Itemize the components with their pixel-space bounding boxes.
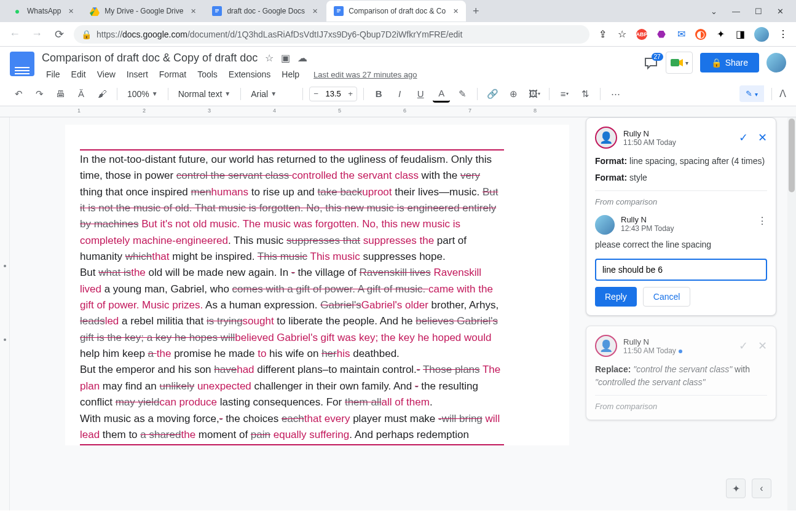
tab-comparison-doc[interactable]: Comparison of draft doc & Co ✕ xyxy=(326,1,466,22)
print-button[interactable]: 🖶 xyxy=(52,85,69,103)
align-button[interactable]: ≡▾ xyxy=(556,85,573,103)
font-select[interactable]: Arial▼ xyxy=(247,89,296,99)
document-page[interactable]: In the not-too-distant future, our world… xyxy=(65,125,569,445)
tab-draft-doc[interactable]: draft doc - Google Docs ✕ xyxy=(205,1,325,22)
show-side-panel-button[interactable]: ‹ xyxy=(752,479,771,498)
address-bar[interactable]: 🔒 https://docs.google.com/document/d/1Q3… xyxy=(74,25,589,44)
reject-icon[interactable]: ✕ xyxy=(758,339,767,353)
decrease-font-button[interactable]: − xyxy=(310,89,322,98)
line-spacing-button[interactable]: ⇅ xyxy=(577,85,594,103)
explore-button[interactable]: ✦ xyxy=(726,479,746,498)
svg-rect-10 xyxy=(337,12,339,12)
svg-rect-8 xyxy=(337,9,341,10)
avatar: 👤 xyxy=(595,335,617,357)
reject-icon[interactable]: ✕ xyxy=(758,131,767,144)
menu-format[interactable]: Format xyxy=(155,67,191,82)
ruler[interactable]: 12345678 xyxy=(0,106,796,117)
chevron-down-icon[interactable]: ⌄ xyxy=(711,7,717,16)
highlight-button[interactable]: ✎ xyxy=(454,85,471,103)
menu-extensions[interactable]: Extensions xyxy=(224,67,275,82)
comment-history-button[interactable]: 27 xyxy=(644,55,658,70)
extension-icon[interactable]: ⬣ xyxy=(656,29,667,40)
adblock-icon[interactable]: ABP xyxy=(636,29,647,40)
back-button[interactable]: ← xyxy=(7,28,22,41)
last-edit-link[interactable]: Last edit was 27 minutes ago xyxy=(313,70,417,79)
undo-button[interactable]: ↶ xyxy=(10,85,27,103)
minimize-icon[interactable]: — xyxy=(732,7,740,16)
spellcheck-button[interactable]: Ă xyxy=(73,85,90,103)
reload-button[interactable]: ⟳ xyxy=(52,28,66,41)
forward-button[interactable]: → xyxy=(30,28,44,41)
tab-whatsapp[interactable]: ● WhatsApp ✕ xyxy=(5,1,81,22)
link-button[interactable]: 🔗 xyxy=(484,85,501,103)
share-page-icon[interactable]: ⇪ xyxy=(597,29,608,40)
docs-icon xyxy=(334,6,344,16)
account-avatar[interactable] xyxy=(766,53,786,72)
extensions-icon[interactable]: ✦ xyxy=(715,29,726,40)
reply-input[interactable] xyxy=(595,259,767,281)
svg-rect-6 xyxy=(215,12,218,12)
font-size-input[interactable] xyxy=(322,89,344,98)
menu-view[interactable]: View xyxy=(93,67,120,82)
share-button[interactable]: 🔒 Share xyxy=(700,53,759,72)
close-window-icon[interactable]: ✕ xyxy=(777,7,784,16)
tab-drive[interactable]: My Drive - Google Drive ✕ xyxy=(82,1,203,22)
more-button[interactable]: ⋯ xyxy=(607,85,624,103)
new-tab-button[interactable]: + xyxy=(467,2,484,20)
menu-file[interactable]: File xyxy=(42,67,65,82)
docs-icon xyxy=(212,6,222,16)
lock-icon: 🔒 xyxy=(81,29,92,39)
accept-icon[interactable]: ✓ xyxy=(739,131,748,144)
menu-tools[interactable]: Tools xyxy=(193,67,222,82)
text-color-button[interactable]: A xyxy=(433,85,450,103)
document-body[interactable]: In the not-too-distant future, our world… xyxy=(80,149,504,445)
close-icon[interactable]: ✕ xyxy=(191,7,196,15)
svg-rect-9 xyxy=(337,10,341,11)
image-button[interactable]: 🖼▾ xyxy=(526,85,543,103)
sidepanel-icon[interactable]: ◨ xyxy=(735,29,746,40)
underline-button[interactable]: U xyxy=(412,85,429,103)
collapse-button[interactable]: ᐱ xyxy=(779,88,786,100)
paint-format-button[interactable]: 🖌 xyxy=(93,85,111,103)
avatar: 👤 xyxy=(595,127,617,149)
style-select[interactable]: Normal text▼ xyxy=(175,89,234,99)
bold-button[interactable]: B xyxy=(370,85,387,103)
suggestion-card[interactable]: 👤 Rully N 11:50 AM Today ✓ ✕ Replace: "c… xyxy=(586,326,776,420)
extension-icon[interactable]: ◐ xyxy=(695,29,706,40)
cloud-icon[interactable]: ☁ xyxy=(298,52,307,64)
italic-button[interactable]: I xyxy=(391,85,408,103)
meet-button[interactable]: ▾ xyxy=(666,52,693,74)
docs-logo[interactable] xyxy=(10,52,34,76)
close-icon[interactable]: ✕ xyxy=(312,7,318,15)
scrollbar[interactable] xyxy=(787,117,796,510)
menu-insert[interactable]: Insert xyxy=(122,67,152,82)
comment-button[interactable]: ⊕ xyxy=(505,85,522,103)
close-icon[interactable]: ✕ xyxy=(453,7,459,15)
suggestion-card[interactable]: 👤 Rully N 11:50 AM Today ✓ ✕ Format: lin… xyxy=(586,117,776,316)
cancel-button[interactable]: Cancel xyxy=(643,287,691,307)
menu-bar: FileEditViewInsertFormatToolsExtensionsH… xyxy=(42,67,636,82)
mail-icon[interactable]: ✉ xyxy=(676,29,687,40)
redo-button[interactable]: ↷ xyxy=(31,85,48,103)
kebab-icon[interactable]: ⋮ xyxy=(757,215,767,235)
star-icon[interactable]: ☆ xyxy=(617,29,628,40)
accept-icon[interactable]: ✓ xyxy=(739,339,748,353)
menu-help[interactable]: Help xyxy=(277,67,304,82)
move-icon[interactable]: ▣ xyxy=(281,52,290,64)
menu-edit[interactable]: Edit xyxy=(67,67,90,82)
zoom-select[interactable]: 100%▼ xyxy=(124,89,162,99)
drive-icon xyxy=(90,6,100,16)
svg-marker-12 xyxy=(679,59,683,66)
toolbar: ↶ ↷ 🖶 Ă 🖌 100%▼ Normal text▼ Arial▼ − + … xyxy=(0,82,796,106)
increase-font-button[interactable]: + xyxy=(344,89,357,98)
maximize-icon[interactable]: ☐ xyxy=(755,7,762,16)
profile-avatar[interactable] xyxy=(754,27,769,42)
menu-icon[interactable]: ⋮ xyxy=(778,29,789,40)
reply-button[interactable]: Reply xyxy=(595,287,637,307)
star-icon[interactable]: ☆ xyxy=(265,52,274,64)
editing-mode-button[interactable]: ✎ ▾ xyxy=(739,85,764,102)
document-title[interactable]: Comparison of draft doc & Copy of draft … xyxy=(42,52,258,65)
svg-rect-11 xyxy=(671,59,679,66)
font-size-control[interactable]: − + xyxy=(309,87,357,101)
close-icon[interactable]: ✕ xyxy=(68,7,74,15)
